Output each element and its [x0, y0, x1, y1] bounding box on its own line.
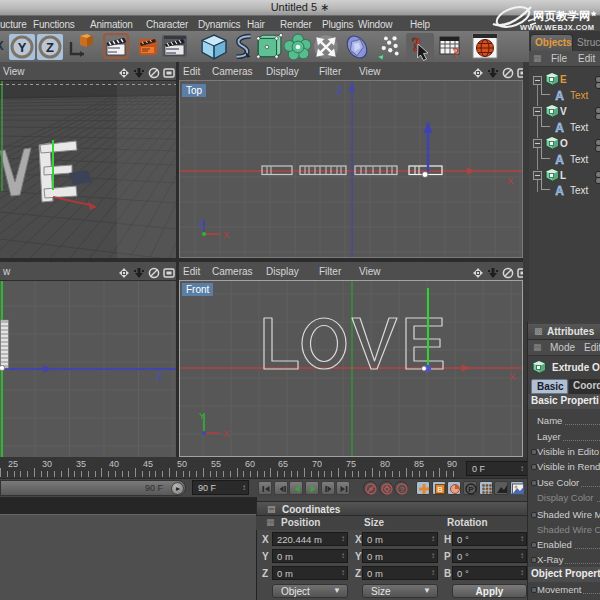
- svg-text:Z: Z: [156, 370, 163, 382]
- svg-text:Z: Z: [46, 40, 54, 55]
- svg-text:?: ?: [452, 45, 460, 60]
- svg-text:A: A: [555, 89, 564, 102]
- svg-text:A: A: [555, 153, 564, 166]
- svg-text:?: ?: [400, 485, 405, 494]
- svg-text:A: A: [555, 184, 564, 197]
- svg-text:A: A: [555, 121, 564, 134]
- svg-text:Y: Y: [18, 40, 27, 55]
- svg-text:B: B: [437, 485, 442, 494]
- svg-text:P: P: [468, 485, 474, 494]
